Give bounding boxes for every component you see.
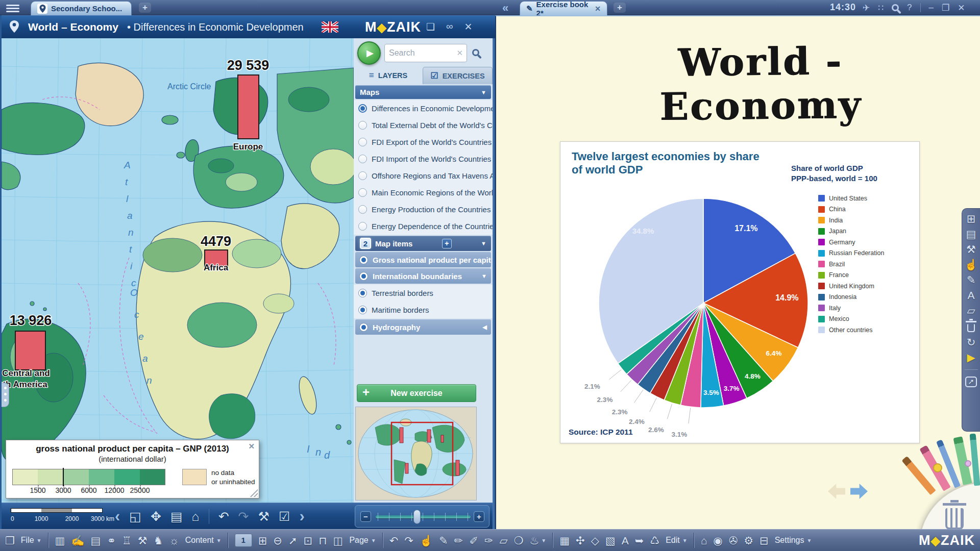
radio-button[interactable]	[358, 205, 367, 214]
highlighter-icon[interactable]: ✏	[454, 535, 463, 546]
paperclip-icon[interactable]: ✇	[729, 535, 738, 546]
mozaik-logo[interactable]: M◆ZAIK	[919, 533, 975, 548]
minimap[interactable]	[355, 407, 477, 500]
restore-icon[interactable]: ❐	[942, 3, 949, 13]
resize-handle[interactable]	[249, 488, 258, 497]
select-area-icon[interactable]: ◱	[129, 509, 141, 524]
marker-icon[interactable]: ✎	[967, 274, 976, 285]
hand-icon[interactable]: ☝	[964, 259, 977, 270]
next-page-arrow[interactable]	[850, 484, 868, 499]
radio-button[interactable]	[358, 121, 367, 130]
museum-icon[interactable]: ♖	[122, 535, 132, 546]
notes-icon[interactable]: ▤	[966, 229, 976, 239]
pan-icon[interactable]: ✥	[151, 509, 161, 524]
redo-icon[interactable]: ↷	[238, 509, 249, 524]
minimize-icon[interactable]: –	[929, 3, 934, 13]
tab-exercises[interactable]: ☑EXERCISES	[423, 67, 493, 84]
knight-icon[interactable]: ♞	[154, 535, 163, 546]
file-menu[interactable]: File▼	[21, 536, 42, 545]
pen-cup-icon[interactable]: ♨	[530, 535, 540, 546]
undo-icon[interactable]: ↶	[218, 509, 229, 524]
apps-grid-icon[interactable]: ∷	[878, 3, 884, 13]
map-list-item[interactable]: FDI Import of the World's Countries	[354, 151, 493, 167]
search-input[interactable]	[389, 46, 454, 60]
settings-menu[interactable]: Settings▼	[775, 536, 812, 545]
pen-icon[interactable]: ✐	[469, 535, 478, 546]
radio-button[interactable]	[358, 171, 367, 180]
fill-icon[interactable]: ❍	[514, 535, 524, 546]
tools-icon[interactable]: ⚒	[966, 244, 976, 255]
content-menu[interactable]: Content▼	[185, 536, 222, 545]
map-list-item[interactable]: Total External Debt of the World's Count…	[354, 117, 493, 134]
layer-item[interactable]: Maritime borders	[354, 302, 493, 318]
easel-icon[interactable]: ⊓	[318, 535, 327, 546]
grid-icon[interactable]: ▦	[559, 535, 570, 546]
close-icon[interactable]: ✕	[248, 442, 255, 451]
map-list-item[interactable]: Energy Production of the Countries	[354, 201, 493, 218]
layer-toggle[interactable]	[358, 289, 367, 297]
new-tab-button[interactable]: +	[614, 3, 626, 13]
eraser-icon[interactable]: ▱	[500, 535, 508, 546]
tab-secondary-school[interactable]: Secondary Schoo...	[31, 1, 132, 15]
layer-group-gross[interactable]: Gross national product per capita+◀	[355, 252, 491, 267]
search-icon[interactable]	[892, 4, 899, 11]
clear-search-icon[interactable]: ✕	[456, 48, 463, 58]
new-tab-button[interactable]: +	[139, 3, 151, 13]
trash-icon[interactable]	[967, 324, 975, 332]
document-icon[interactable]: ▤	[91, 535, 101, 546]
mortarboard-icon[interactable]: ✍	[71, 535, 84, 546]
film-icon[interactable]: ▧	[605, 535, 616, 546]
map-items-header[interactable]: 2Map items+▼	[355, 236, 491, 251]
hand-icon[interactable]: ☝	[420, 535, 433, 546]
zoom-out-icon[interactable]: ⊖	[273, 535, 282, 546]
media-icon[interactable]: ➥	[635, 535, 644, 546]
tools-icon[interactable]: ⚒	[258, 509, 270, 524]
layer-toggle[interactable]	[358, 306, 367, 314]
hammer-icon[interactable]: ⚒	[138, 535, 148, 546]
pointer-path-icon[interactable]: ➚	[288, 535, 298, 546]
map-canvas[interactable]: Arctic CircleAtlanticOceanInd29 539Europ…	[2, 38, 354, 503]
zoom-in-button[interactable]: +	[474, 511, 484, 522]
zoom-out-button[interactable]: −	[360, 511, 371, 522]
gear-icon[interactable]: ⚙	[744, 535, 753, 546]
prev-page-arrow[interactable]	[828, 484, 845, 499]
maps-section-header[interactable]: Maps▼	[355, 85, 491, 99]
notebook-icon[interactable]: ▥	[55, 535, 65, 546]
layer-item[interactable]: Terrestrial borders	[354, 285, 493, 302]
share-icon[interactable]: ➚	[965, 377, 977, 387]
bulb-icon[interactable]: ☼	[169, 535, 179, 546]
tab-exercise-book[interactable]: ✎ Exercise book 2* ✕	[520, 1, 607, 15]
trash-icon[interactable]: ♺	[650, 535, 659, 546]
camera-icon[interactable]: ◉	[713, 535, 722, 546]
compass-tool-icon[interactable]: ✣	[576, 535, 585, 546]
text-icon[interactable]: A	[967, 290, 974, 300]
help-icon[interactable]: ?	[907, 3, 912, 13]
world-map[interactable]: Arctic CircleAtlanticOceanInd29 539Europ…	[2, 38, 354, 503]
eraser-icon[interactable]: ▱	[967, 305, 975, 316]
map-list-item[interactable]: Energy Dependence of the Countries	[354, 218, 493, 235]
display-icon[interactable]: ⊡	[304, 535, 313, 546]
layer-toggle[interactable]	[359, 272, 368, 281]
drawer-icon[interactable]: ⊟	[760, 535, 769, 546]
map-list-item[interactable]: FDI Export of the World's Countries	[354, 134, 493, 151]
open-book-icon[interactable]: ❐	[5, 535, 15, 546]
layer-group-international[interactable]: International boundaries▼	[355, 268, 491, 284]
send-to-page-icon[interactable]: ❏	[426, 21, 435, 33]
split-view-icon[interactable]: ◫	[333, 535, 344, 546]
link-icon[interactable]: ∞	[446, 21, 453, 33]
binoculars-icon[interactable]: ⚭	[107, 535, 116, 546]
radio-button[interactable]	[358, 138, 367, 146]
trash-icon[interactable]	[945, 508, 964, 530]
page-number[interactable]: 1	[235, 534, 252, 547]
home-check-icon[interactable]: ⌂	[701, 535, 707, 546]
rocket-icon[interactable]: ✈	[863, 3, 870, 13]
close-tab-icon[interactable]: ✕	[595, 5, 601, 13]
close-icon[interactable]: ✕	[958, 3, 965, 13]
layer-group-hydrography[interactable]: Hydrography◀	[355, 319, 491, 335]
map-list-item[interactable]: Offshore Regions and Tax Havens Around t…	[354, 167, 493, 184]
zoom-slider-handle[interactable]	[413, 510, 421, 524]
redo-icon[interactable]: ↷	[404, 535, 413, 546]
layer-toggle[interactable]	[359, 256, 368, 264]
edit-menu[interactable]: Edit▼	[666, 536, 687, 545]
page-menu[interactable]: Page▼	[349, 536, 376, 545]
